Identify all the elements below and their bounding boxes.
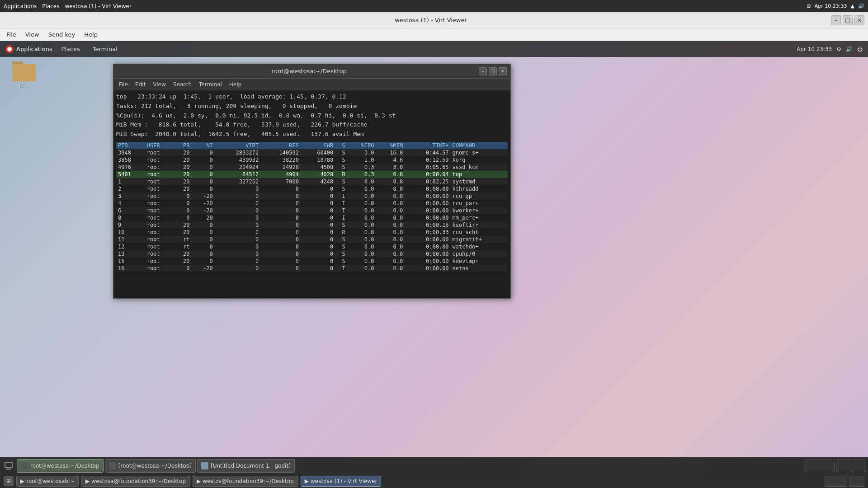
- taskbar-item-terminal-1[interactable]: root@westosa:~/Desktop: [17, 459, 104, 473]
- virt-menu-view[interactable]: View: [21, 29, 44, 40]
- cell-shr: 0: [301, 250, 335, 258]
- cell-res: 140592: [260, 149, 301, 156]
- guest-applications-menu[interactable]: Applications: [5, 45, 52, 53]
- cell-user: root: [145, 214, 174, 221]
- cell-cpu: 0.3: [347, 164, 376, 171]
- host-volume-icon[interactable]: 🔊: [858, 3, 864, 9]
- col-user: USER: [145, 142, 174, 149]
- col-virt: VIRT: [215, 142, 260, 149]
- cell-pr: 0: [174, 192, 192, 200]
- cell-cmd: rcu_scht: [451, 229, 508, 236]
- cell-cmd: Xorg: [451, 156, 508, 164]
- terminal-menu-terminal[interactable]: Terminal: [195, 80, 226, 89]
- cell-user: root: [145, 229, 174, 236]
- cell-user: root: [145, 243, 174, 250]
- guest-volume-icon[interactable]: 🔊: [846, 46, 853, 52]
- guest-power-icon[interactable]: ⏻: [857, 46, 863, 52]
- terminal-menu-view[interactable]: View: [149, 80, 169, 89]
- taskbar-item-terminal-2[interactable]: [root@westosa:~/Desktop]: [105, 459, 196, 473]
- virt-viewer-title: westosa (1) - Virt Viewer: [31, 17, 831, 23]
- cell-pid: 1: [116, 178, 145, 185]
- virt-minimize-button[interactable]: –: [831, 15, 841, 25]
- cell-virt: 0: [215, 200, 260, 207]
- cell-res: 0: [260, 250, 301, 258]
- cell-virt: 2893272: [215, 149, 260, 156]
- cell-shr: 0: [301, 214, 335, 221]
- cell-s: S: [335, 178, 347, 185]
- cell-time: 0:00.00: [405, 207, 450, 214]
- folder-body: [12, 64, 36, 81]
- desktop-icon-label: rc...: [8, 82, 40, 88]
- cell-cmd: migratit+: [451, 236, 508, 243]
- terminal-menu-file[interactable]: File: [115, 80, 132, 89]
- virt-menu-sendkey[interactable]: Send key: [44, 29, 80, 40]
- cell-res: 0: [260, 207, 301, 214]
- cell-s: I: [335, 265, 347, 272]
- cell-cmd: kthreadd: [451, 185, 508, 192]
- cell-ni: -20: [191, 207, 214, 214]
- terminal-menu-help[interactable]: Help: [226, 80, 245, 89]
- cell-cmd: top: [451, 171, 508, 178]
- taskbar-item-label-1: root@westosa:~/Desktop: [30, 463, 99, 469]
- cell-user: root: [145, 156, 174, 164]
- cell-mem: 0.0: [376, 258, 405, 265]
- cell-res: 0: [260, 229, 301, 236]
- apps-icon: [5, 45, 14, 53]
- cell-virt: 0: [215, 185, 260, 192]
- terminal-menu-edit[interactable]: Edit: [132, 80, 149, 89]
- cell-pr: 20: [174, 185, 192, 192]
- host-os-top-bar: Applications Places westosa (1) - Virt V…: [0, 0, 868, 12]
- cell-cmd: rcu_par+: [451, 200, 508, 207]
- os-bottom-item-1[interactable]: ▶ root@westosab:~: [16, 476, 79, 487]
- cell-pid: 4076: [116, 164, 145, 171]
- cell-cmd: gnome-s+: [451, 149, 508, 156]
- virt-close-button[interactable]: ✕: [854, 15, 864, 25]
- os-bottom-item-2[interactable]: ▶ westosa@foundation39:~/Desktop: [81, 476, 190, 487]
- terminal-window-buttons: – □ ✕: [479, 67, 507, 75]
- cell-shr: 4248: [301, 178, 335, 185]
- terminal-menu-bar: File Edit View Search Terminal Help: [113, 79, 510, 90]
- cell-s: I: [335, 214, 347, 221]
- taskbar-item-gedit[interactable]: [Untitled Document 1 - gedit]: [197, 459, 295, 473]
- guest-terminal-label[interactable]: Terminal: [89, 44, 121, 54]
- top-header-line-1: top - 23:33:24 up 1:45, 1 user, load ave…: [116, 92, 508, 102]
- terminal-maximize-button[interactable]: □: [489, 67, 497, 75]
- cell-ni: 0: [191, 229, 214, 236]
- col-shr: SHR: [301, 142, 335, 149]
- terminal-content[interactable]: top - 23:33:24 up 1:45, 1 user, load ave…: [113, 90, 510, 298]
- cell-cpu: 0.0: [347, 207, 376, 214]
- virt-maximize-button[interactable]: □: [843, 15, 853, 25]
- desktop-folder-icon[interactable]: rc...: [8, 61, 40, 88]
- cell-pid: 10: [116, 229, 145, 236]
- cell-shr: 0: [301, 265, 335, 272]
- os-bottom-item-4-icon: ▶: [305, 478, 309, 484]
- table-row: 11 root rt 0 0 0 0 S 0.0 0.0 0:00.00 mig…: [116, 236, 508, 243]
- os-bottom-item-4[interactable]: ▶ westosa (1) - Virt Viewer: [301, 476, 382, 487]
- terminal-menu-search[interactable]: Search: [170, 80, 195, 89]
- table-row: 8 root 0 -20 0 0 0 I 0.0 0.0 0:00.00 mm_…: [116, 214, 508, 221]
- os-bottom-item-3[interactable]: ▶ westos@foundation39:~/Desktop: [193, 476, 298, 487]
- cell-res: 0: [260, 236, 301, 243]
- cell-cpu: 0.0: [347, 258, 376, 265]
- host-places-label[interactable]: Places: [42, 3, 59, 9]
- cell-mem: 0.0: [376, 221, 405, 229]
- os-bottom-desktop-icon[interactable]: ⊞: [4, 476, 14, 486]
- virt-menu-file[interactable]: File: [2, 29, 21, 40]
- guest-settings-icon[interactable]: ⚙: [836, 46, 841, 52]
- virt-menu-help[interactable]: Help: [80, 29, 102, 40]
- os-bottom-item-4-label: westosa (1) - Virt Viewer: [311, 478, 377, 484]
- taskbar-show-desktop-icon[interactable]: [2, 459, 15, 473]
- terminal-minimize-button[interactable]: –: [479, 67, 487, 75]
- terminal-close-button[interactable]: ✕: [499, 67, 507, 75]
- guest-places-label[interactable]: Places: [57, 44, 83, 54]
- cell-ni: 0: [191, 171, 214, 178]
- cell-user: root: [145, 171, 174, 178]
- cell-cpu: 0.0: [347, 214, 376, 221]
- taskbar-item-label-2: [root@westosa:~/Desktop]: [118, 463, 192, 469]
- cell-time: 0:00.00: [405, 200, 450, 207]
- cell-time: 0:00.00: [405, 236, 450, 243]
- host-os-top-bar-left: Applications Places westosa (1) - Virt V…: [4, 3, 132, 9]
- host-applications-label[interactable]: Applications: [4, 3, 37, 9]
- host-terminal-label[interactable]: westosa (1) - Virt Viewer: [65, 3, 131, 9]
- cell-pid: 9: [116, 221, 145, 229]
